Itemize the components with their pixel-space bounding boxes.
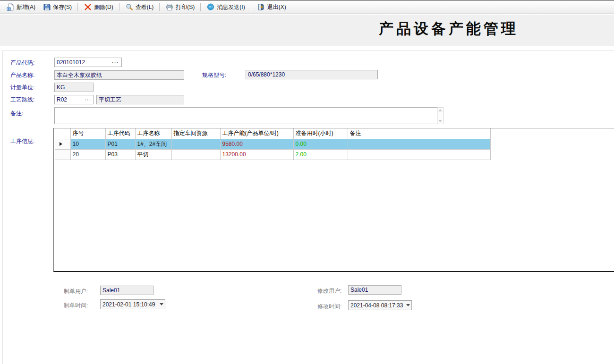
product-name-input[interactable] [54, 70, 184, 80]
exit-button[interactable]: 退出(X) [254, 1, 290, 13]
cell-name[interactable]: 平切 [135, 149, 171, 160]
page-title: 产品设备产能管理 [364, 19, 534, 39]
delete-icon [84, 3, 92, 11]
cell-remark[interactable] [348, 139, 490, 149]
column-header-code[interactable]: 工序代码 [105, 128, 135, 139]
panel-left-border [2, 51, 3, 364]
column-header-workshop[interactable]: 指定车间资源 [171, 128, 220, 139]
creator-label: 制单用户: [64, 287, 88, 296]
create-time-picker[interactable]: 2021-02-01 15:10:49 [100, 299, 165, 309]
message-icon [207, 3, 214, 11]
send-message-button-label: 消息发送(I) [217, 3, 245, 11]
scroll-down-icon[interactable] [438, 120, 442, 122]
exit-button-label: 退出(X) [267, 3, 286, 11]
modify-time-value: 2021-04-08 08:17:33 [349, 302, 404, 309]
process-info-label: 工序信息: [10, 137, 34, 146]
process-grid-table: 序号 工序代码 工序名称 指定车间资源 工序产能(产品单位/时) 准备用时(小时… [55, 128, 491, 160]
new-button-label: 新增(A) [17, 3, 35, 11]
view-button[interactable]: 查看(L) [122, 1, 158, 13]
unit-label: 计量单位: [10, 83, 34, 92]
create-time-value: 2021-02-01 15:10:49 [101, 301, 158, 308]
view-icon [126, 3, 133, 11]
table-row[interactable]: 10 P01 1#、2#车间 9580.00 0.00 [55, 139, 490, 149]
toolbar-separator [77, 3, 78, 11]
view-button-label: 查看(L) [136, 3, 154, 11]
route-name-input[interactable] [96, 95, 184, 104]
toolbar-separator [119, 3, 120, 11]
remark-label: 备注: [10, 109, 23, 118]
print-button-label: 打印(S) [176, 3, 195, 11]
cell-code[interactable]: P01 [105, 139, 135, 149]
modify-time-dropdown[interactable] [404, 301, 411, 310]
save-button[interactable]: 保存(S) [39, 1, 76, 13]
create-time-dropdown[interactable] [158, 300, 165, 309]
exit-icon [257, 3, 265, 11]
product-code-browse-button[interactable]: ··· [110, 58, 120, 67]
spec-model-input[interactable] [246, 70, 378, 79]
cell-workshop[interactable] [171, 139, 220, 149]
cell-seq[interactable]: 20 [70, 149, 105, 160]
cell-prep[interactable]: 2.00 [293, 149, 348, 160]
dropdown-arrow-icon [406, 304, 410, 306]
modifier-label: 修改用户: [317, 287, 341, 296]
cell-name[interactable]: 1#、2#车间 [135, 139, 171, 149]
table-row[interactable]: 20 P03 平切 13200.00 2.00 [55, 149, 490, 160]
dropdown-arrow-icon [160, 303, 163, 305]
modify-time-label: 修改时间: [317, 302, 341, 311]
product-code-label: 产品代码: [10, 59, 34, 68]
spec-model-label: 规格型号: [202, 71, 226, 80]
column-header-remark[interactable]: 备注 [348, 128, 490, 139]
unit-input[interactable] [54, 83, 94, 92]
column-header-seq[interactable]: 序号 [70, 128, 105, 139]
send-message-button[interactable]: 消息发送(I) [203, 1, 248, 13]
column-header-name[interactable]: 工序名称 [135, 128, 171, 139]
cell-capacity[interactable]: 13200.00 [220, 149, 293, 160]
toolbar-separator [251, 3, 252, 11]
route-label: 工艺路线: [10, 95, 34, 104]
cell-capacity[interactable]: 9580.00 [220, 139, 293, 149]
delete-button[interactable]: 删除(D) [80, 1, 117, 13]
remark-scrollbar[interactable] [437, 107, 443, 124]
cell-code[interactable]: P03 [105, 149, 135, 160]
toolbar-separator [159, 3, 160, 11]
print-icon [166, 3, 173, 11]
remark-textarea[interactable] [54, 107, 437, 124]
save-button-label: 保存(S) [53, 3, 72, 11]
modifier-input[interactable] [348, 285, 401, 295]
toolbar: 新增(A) 保存(S) 删除(D) 查看(L) 打印(S) 消息发送(I) [0, 0, 614, 14]
column-header-capacity[interactable]: 工序产能(产品单位/时) [220, 128, 293, 139]
column-header-prep[interactable]: 准备用时(小时) [293, 128, 348, 139]
delete-button-label: 删除(D) [94, 3, 113, 11]
creator-input[interactable] [100, 286, 154, 295]
cell-seq[interactable]: 10 [70, 139, 105, 149]
scroll-up-icon[interactable] [438, 109, 442, 111]
cell-workshop[interactable] [171, 149, 220, 160]
product-name-label: 产品名称: [10, 71, 34, 80]
grid-selector-header[interactable] [55, 128, 70, 139]
cell-remark[interactable] [348, 149, 490, 160]
cell-prep[interactable]: 0.00 [293, 139, 348, 149]
modify-time-picker[interactable]: 2021-04-08 08:17:33 [348, 300, 412, 310]
toolbar-separator [200, 3, 201, 11]
create-time-label: 制单时间: [64, 301, 88, 310]
print-button[interactable]: 打印(S) [162, 1, 198, 13]
process-grid: 序号 工序代码 工序名称 指定车间资源 工序产能(产品单位/时) 准备用时(小时… [53, 128, 614, 272]
panel-divider [2, 51, 614, 51]
route-browse-button[interactable]: ··· [83, 95, 93, 104]
current-row-arrow-icon [60, 142, 62, 146]
new-document-icon [7, 3, 14, 11]
save-icon [43, 3, 51, 11]
grid-header-row: 序号 工序代码 工序名称 指定车间资源 工序产能(产品单位/时) 准备用时(小时… [55, 128, 490, 139]
new-button[interactable]: 新增(A) [3, 1, 39, 13]
app-window: 新增(A) 保存(S) 删除(D) 查看(L) 打印(S) 消息发送(I) [0, 0, 614, 364]
row-selector-cell[interactable] [55, 149, 70, 160]
row-selector-cell[interactable] [55, 139, 70, 149]
